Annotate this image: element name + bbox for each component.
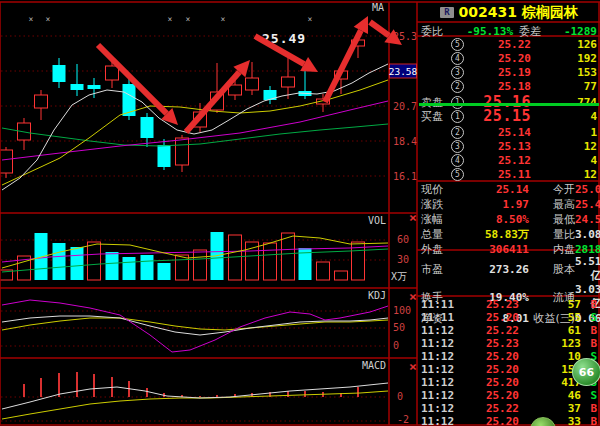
candle-body-up [35,95,48,108]
tick-time: 11:12 [421,324,459,337]
rights-badge[interactable]: R [440,7,453,18]
side-label: 买盘 [421,109,451,124]
info-label: 最高 [529,197,575,212]
tick-time: 11:12 [421,337,459,350]
volume-bar-up [264,243,277,280]
tick-volume: 10 [519,350,581,363]
order-book-row[interactable]: 425.20192 [421,51,597,65]
tick-price: 25.20 [459,311,519,324]
info-value: 3.08 [575,228,600,241]
info-value: 58.83万 [455,227,529,242]
info-label: 现价 [421,182,455,197]
info-row: 现价25.14今开25.00 [421,182,597,197]
level-number: 1 [451,110,464,123]
info-value: 5.51亿 [575,255,600,283]
macd-axis-label: -2 [397,414,409,425]
price-axis-label: 18.4 [393,136,417,147]
annotation-arrow-shaft [370,22,389,36]
tick-side: B [581,298,597,311]
info-row: 市盈273.26股本5.51亿 [421,255,597,283]
order-book-row[interactable]: 325.1312 [421,139,597,153]
bid-1-row[interactable]: 买盘125.154 [421,107,597,125]
level-volume: 12 [531,168,597,181]
order-book-row[interactable]: 525.22126 [421,37,597,51]
stock-code: 002431 [459,4,517,20]
candle-body-up [246,78,259,90]
order-book-row[interactable]: 225.1877 [421,79,597,93]
order-book-row[interactable]: 525.1112 [421,167,597,181]
tick-row: 11:1225.2237B [421,402,597,415]
tick-volume: 417 [519,376,581,389]
tick-price: 25.23 [459,337,519,350]
info-label: 最低 [529,212,575,227]
volume-axis-label: 30 [397,254,409,265]
level-number-wrap: 4 [451,51,471,65]
volume-bar-up [176,255,189,280]
stock-header: R 002431 棕榈园林 [418,3,600,22]
order-book-row[interactable]: 325.19153 [421,65,597,79]
level-number: 4 [451,52,464,65]
tick-volume: 123 [519,337,581,350]
level-price: 25.12 [471,154,531,167]
tick-volume: 57 [519,298,581,311]
info-label: 总量 [421,227,455,242]
tick-time: 11:12 [421,350,459,363]
indicator-line [2,300,388,352]
stock-title: 002431 棕榈园林 [459,4,578,22]
tick-row: 11:1225.2261B [421,324,597,337]
candle-body-down [71,84,84,90]
candle-body-up [0,150,13,173]
level-number: 3 [451,66,464,79]
level-price: 25.11 [471,168,531,181]
pane-close-icon[interactable]: × [409,210,417,225]
info-label: 股本 [529,262,575,277]
volume-bar-down [106,252,119,280]
candle-body-down [53,65,66,82]
tick-time: 11:12 [421,389,459,402]
tick-time: 11:12 [421,363,459,376]
volume-bar-up [317,262,330,280]
tick-volume: 55 [519,311,581,324]
vol-pane-label: VOL [368,215,386,226]
macd-pane-label: MACD [362,360,386,371]
level-price: 25.22 [471,38,531,51]
level-number: 2 [451,126,464,139]
volume-bar-down [123,257,136,280]
ask-levels: 525.22126425.20192325.19153225.1877卖盘125… [421,37,597,103]
level-price: 25.15 [471,107,531,125]
tick-time: 11:11 [421,298,459,311]
tick-price: 25.20 [459,350,519,363]
level-number-wrap: 3 [451,65,471,79]
level-volume: 4 [531,110,597,123]
order-book-row[interactable]: 225.141 [421,125,597,139]
level-number-wrap: 4 [451,153,471,167]
info-label: 量比 [529,227,575,242]
info-label: 市盈 [421,262,455,277]
tick-price: 25.20 [459,389,519,402]
level-volume: 153 [531,66,597,79]
overlay-circle-badge[interactable]: 66 [572,358,600,386]
candle-body-up [106,66,119,80]
tick-price: 25.22 [459,402,519,415]
tick-side: B [581,337,597,350]
ex-rights-marker: × [168,15,173,24]
level-number: 2 [451,80,464,93]
level-number-wrap: 1 [451,109,471,123]
info-value: 25.14 [455,183,529,196]
price-axis-label: 20.7 [393,101,417,112]
tick-price: 25.22 [459,324,519,337]
level-volume: 77 [531,80,597,93]
tick-side: B [581,324,597,337]
level-price: 25.20 [471,52,531,65]
stock-name: 棕榈园林 [522,4,578,20]
order-book-row[interactable]: 425.124 [421,153,597,167]
quote-info-block: 现价25.14今开25.00涨跌1.97最高25.49涨幅8.50%最低24.5… [421,182,597,246]
tick-time: 11:12 [421,376,459,389]
tick-price: 25.20 [459,376,519,389]
candle-body-down [141,117,154,138]
info-label: 今开 [529,182,575,197]
stock-trading-terminal: 25.320.718.416.16030X万1005000-2MAVOLKDJM… [0,0,600,426]
level-price: 25.14 [471,126,531,139]
pane-close-icon[interactable]: × [409,289,417,304]
pane-close-icon[interactable]: × [409,359,417,374]
